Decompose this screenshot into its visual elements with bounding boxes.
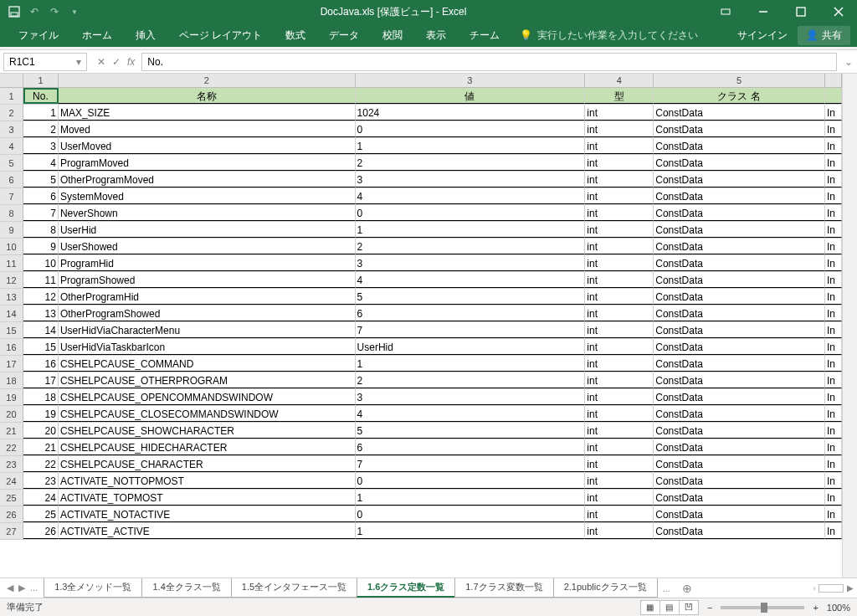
signin-link[interactable]: サインイン <box>737 28 788 43</box>
cell-extra[interactable]: In <box>825 155 842 171</box>
cell-class[interactable]: ConstData <box>654 473 825 489</box>
cell-type[interactable]: int <box>585 239 654 254</box>
cell-no[interactable]: 5 <box>23 172 59 187</box>
formula-expand-icon[interactable]: ⌄ <box>840 56 857 68</box>
cell-no[interactable]: 25 <box>23 506 59 522</box>
cell-class[interactable]: ConstData <box>654 138 825 154</box>
hscroll-left-icon[interactable]: ⦂ <box>813 583 815 593</box>
row-header[interactable]: 15 <box>0 322 23 338</box>
cell-no[interactable]: 18 <box>23 389 59 405</box>
row-header[interactable]: 26 <box>0 506 23 522</box>
cell-value[interactable]: UserHid <box>356 339 586 355</box>
tell-me[interactable]: 💡 実行したい作業を入力してください <box>520 28 698 43</box>
tab-overflow[interactable]: ... <box>30 583 38 593</box>
row-header[interactable]: 25 <box>0 490 23 506</box>
cell-class[interactable]: ConstData <box>654 322 825 338</box>
cell-value[interactable]: 1 <box>356 222 586 238</box>
cell-class[interactable]: ConstData <box>654 121 825 137</box>
cell-no[interactable]: 8 <box>23 222 59 238</box>
cell-name[interactable]: UserMoved <box>59 138 356 154</box>
cancel-formula-icon[interactable]: ✕ <box>97 56 105 68</box>
sheet-tab[interactable]: 1.3全メソッド一覧 <box>44 578 142 598</box>
cell-value[interactable]: 3 <box>356 389 586 405</box>
save-icon[interactable] <box>8 6 20 18</box>
cell-extra[interactable]: In <box>825 389 842 405</box>
ribbon-tab-2[interactable]: 挿入 <box>124 23 167 47</box>
cell-type[interactable]: int <box>585 523 654 539</box>
cell-type[interactable]: int <box>585 255 654 271</box>
cell-value[interactable]: 2 <box>356 239 586 254</box>
zoom-level[interactable]: 100% <box>827 603 850 613</box>
cell-name[interactable]: UserHidViaTaskbarIcon <box>59 339 356 355</box>
row-header[interactable]: 21 <box>0 423 23 439</box>
column-header[interactable] <box>825 74 842 87</box>
cell-class[interactable]: ConstData <box>654 255 825 271</box>
cell-type[interactable]: int <box>585 305 654 321</box>
cell-no[interactable]: 20 <box>23 423 59 439</box>
cell-no[interactable]: 2 <box>23 121 59 137</box>
cell-class[interactable]: ConstData <box>654 239 825 254</box>
cell-class[interactable]: ConstData <box>654 439 825 455</box>
cell-class[interactable]: ConstData <box>654 456 825 472</box>
view-pagebreak-icon[interactable]: 凹 <box>679 600 699 615</box>
cell-type[interactable]: int <box>585 339 654 355</box>
column-header[interactable]: 3 <box>356 74 586 87</box>
cell-value[interactable]: 7 <box>356 456 586 472</box>
row-header[interactable]: 11 <box>0 255 23 271</box>
cell-extra[interactable]: In <box>825 356 842 372</box>
cell-value[interactable]: 4 <box>356 188 586 204</box>
cell-class[interactable]: ConstData <box>654 356 825 372</box>
ribbon-tab-1[interactable]: ホーム <box>70 23 124 47</box>
cell-type[interactable]: int <box>585 289 654 305</box>
cell-extra[interactable]: In <box>825 138 842 154</box>
ribbon-tab-7[interactable]: 表示 <box>414 23 458 47</box>
ribbon-tab-3[interactable]: ページ レイアウト <box>167 23 274 47</box>
cell-value[interactable]: 2 <box>356 155 586 171</box>
cell-extra[interactable]: In <box>825 523 842 539</box>
view-normal-icon[interactable]: ▦ <box>640 600 660 615</box>
cell-type[interactable]: int <box>585 456 654 472</box>
row-header[interactable]: 14 <box>0 305 23 321</box>
cell-type[interactable]: int <box>585 356 654 372</box>
zoom-slider[interactable] <box>721 606 804 609</box>
view-pagelayout-icon[interactable]: ▤ <box>659 600 680 615</box>
column-header[interactable]: 2 <box>59 74 356 87</box>
cell-name[interactable]: MAX_SIZE <box>59 105 356 121</box>
cell-extra[interactable]: In <box>825 473 842 489</box>
redo-icon[interactable]: ↷ <box>49 6 60 18</box>
cell-name[interactable]: ACTIVATE_NOTACTIVE <box>59 506 356 522</box>
cell-type[interactable]: int <box>585 372 654 388</box>
qat-dropdown-icon[interactable]: ▼ <box>69 6 80 18</box>
cell-type[interactable]: int <box>585 389 654 405</box>
cell-class[interactable]: ConstData <box>654 155 825 171</box>
cell-name[interactable]: ProgramShowed <box>59 272 356 288</box>
ribbon-options-icon[interactable] <box>706 0 744 23</box>
new-sheet-icon[interactable]: ⊕ <box>675 582 699 595</box>
cell-no[interactable]: 26 <box>23 523 59 539</box>
close-icon[interactable] <box>819 0 857 23</box>
cell-value[interactable]: 1 <box>356 356 586 372</box>
row-header[interactable]: 22 <box>0 439 23 455</box>
row-header[interactable]: 19 <box>0 389 23 405</box>
cell-no[interactable]: 3 <box>23 138 59 154</box>
header-cell-extra[interactable] <box>825 88 842 104</box>
cell-value[interactable]: 3 <box>356 172 586 187</box>
cell-extra[interactable]: In <box>825 439 842 455</box>
cell-value[interactable]: 0 <box>356 205 586 221</box>
cell-value[interactable]: 1024 <box>356 105 586 121</box>
cell-value[interactable]: 1 <box>356 138 586 154</box>
cell-class[interactable]: ConstData <box>654 406 825 422</box>
header-cell-value[interactable]: 値 <box>356 88 586 104</box>
cell-name[interactable]: SystemMoved <box>59 188 356 204</box>
cell-extra[interactable]: In <box>825 339 842 355</box>
ribbon-tab-5[interactable]: データ <box>317 23 371 47</box>
row-header[interactable]: 20 <box>0 406 23 422</box>
zoom-out-icon[interactable]: − <box>707 603 712 613</box>
row-header[interactable]: 5 <box>0 155 23 171</box>
cell-no[interactable]: 12 <box>23 289 59 305</box>
row-header[interactable]: 8 <box>0 205 23 221</box>
row-header[interactable]: 18 <box>0 372 23 388</box>
row-header[interactable]: 7 <box>0 188 23 204</box>
cell-extra[interactable]: In <box>825 239 842 254</box>
cell-class[interactable]: ConstData <box>654 389 825 405</box>
